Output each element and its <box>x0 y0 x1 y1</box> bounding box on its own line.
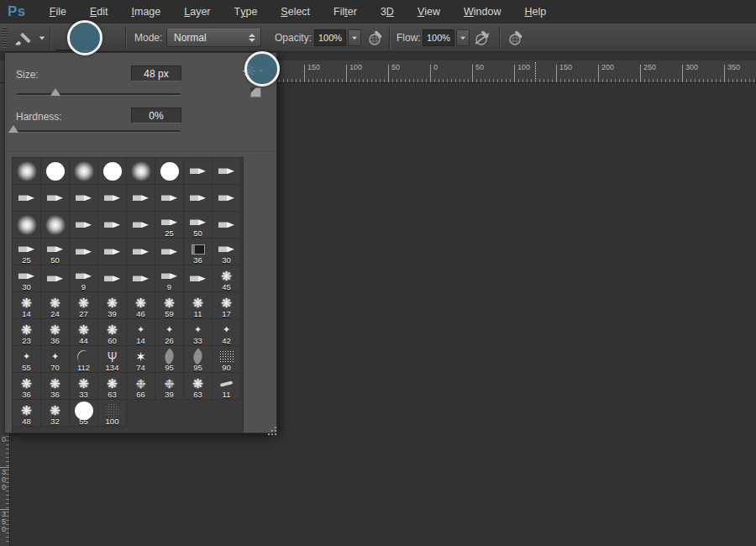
brush-preset[interactable]: ✦70 <box>41 346 70 373</box>
brush-preset[interactable]: ❋14 <box>13 292 41 319</box>
brush-preset[interactable]: ❋24 <box>41 292 70 319</box>
brush-preset[interactable]: Ψ134 <box>98 346 127 373</box>
brush-preset[interactable]: ✦42 <box>213 319 241 346</box>
brush-preset[interactable]: 9 <box>70 265 98 292</box>
brush-preset[interactable]: 90 <box>213 346 241 373</box>
size-slider-thumb[interactable] <box>50 88 60 96</box>
brush-preset[interactable]: 50 <box>184 212 213 239</box>
brush-preset[interactable] <box>127 158 155 185</box>
brush-preset[interactable]: ❋36 <box>41 319 70 346</box>
brush-preset[interactable] <box>41 212 70 239</box>
brush-preset[interactable]: 36 <box>184 239 213 265</box>
brush-preset[interactable]: ❋60 <box>98 319 127 346</box>
flow-dropdown-button[interactable] <box>456 29 470 46</box>
brush-preset[interactable]: ❋59 <box>155 292 184 319</box>
brush-preset[interactable]: 112 <box>70 346 98 373</box>
resize-grip-icon[interactable] <box>267 426 277 436</box>
brush-preset[interactable] <box>70 239 98 265</box>
brush-preset[interactable]: ❋63 <box>98 373 127 400</box>
options-bar-grip[interactable] <box>2 27 8 49</box>
brush-preset[interactable]: ❋32 <box>41 400 70 427</box>
brush-preset[interactable]: ❋63 <box>184 373 213 400</box>
brush-preset[interactable] <box>13 212 41 239</box>
airbrush-button[interactable] <box>473 24 493 52</box>
brush-preset[interactable]: ❋11 <box>184 292 213 319</box>
brush-preset[interactable] <box>155 239 184 265</box>
menu-item-file[interactable]: File <box>38 0 78 24</box>
brush-preset[interactable]: ❋17 <box>213 292 241 319</box>
brush-preset[interactable]: ❋36 <box>13 373 41 400</box>
brush-preset[interactable] <box>98 185 127 212</box>
brush-preset[interactable] <box>70 185 98 212</box>
hardness-slider-thumb[interactable] <box>8 125 18 133</box>
menu-item-select[interactable]: Select <box>269 0 322 24</box>
brush-tool-button[interactable] <box>12 24 45 52</box>
brush-preset[interactable] <box>184 265 213 292</box>
brush-preset[interactable]: ❋48 <box>13 400 41 427</box>
pressure-size-button[interactable] <box>507 24 526 52</box>
brush-preset[interactable] <box>155 158 184 185</box>
brush-preset[interactable]: ✦55 <box>13 346 41 373</box>
brush-preset[interactable] <box>70 212 98 239</box>
opacity-dropdown-button[interactable] <box>348 29 361 46</box>
brush-preset[interactable]: ❋45 <box>213 265 241 292</box>
menu-item-type[interactable]: Type <box>223 0 270 24</box>
brush-preset[interactable]: 95 <box>155 346 184 373</box>
brush-preset[interactable] <box>98 158 127 185</box>
brush-preset[interactable]: ❋44 <box>70 319 98 346</box>
brush-preset[interactable] <box>155 185 184 212</box>
pressure-opacity-button[interactable] <box>367 24 386 52</box>
menu-item-image[interactable]: Image <box>120 0 173 24</box>
brush-preset[interactable] <box>127 265 155 292</box>
menu-item-help[interactable]: Help <box>512 0 558 24</box>
size-slider-track[interactable] <box>16 93 181 96</box>
brush-preset[interactable]: ❋39 <box>98 292 127 319</box>
brush-preset[interactable] <box>213 212 241 239</box>
brush-preset[interactable] <box>184 185 213 212</box>
brush-preset[interactable]: ❉66 <box>127 373 155 400</box>
brush-preset[interactable]: ✦33 <box>184 319 213 346</box>
brush-preset[interactable] <box>13 158 41 185</box>
menu-item-3d[interactable]: 3D <box>369 0 406 24</box>
menu-item-window[interactable]: Window <box>452 0 512 24</box>
brush-preset[interactable]: 100 <box>98 400 127 427</box>
brush-preset[interactable]: 55 <box>70 400 98 427</box>
new-preset-button[interactable] <box>250 87 261 97</box>
brush-preset[interactable]: ❋33 <box>70 373 98 400</box>
brush-preset[interactable] <box>213 158 241 185</box>
brush-preset[interactable] <box>127 212 155 239</box>
brush-preset[interactable] <box>98 212 127 239</box>
brush-preset[interactable]: ❋27 <box>70 292 98 319</box>
brush-preset[interactable] <box>41 185 70 212</box>
brush-preset[interactable]: ✦26 <box>155 319 184 346</box>
brush-preset[interactable]: 25 <box>13 239 41 265</box>
brush-preset[interactable]: ❉39 <box>155 373 184 400</box>
menu-item-view[interactable]: View <box>406 0 452 24</box>
brush-preset[interactable]: ✶74 <box>127 346 155 373</box>
brush-preset[interactable] <box>127 185 155 212</box>
brush-preset[interactable] <box>41 265 70 292</box>
flow-value[interactable]: 100% <box>423 29 454 46</box>
brush-preset[interactable] <box>184 158 213 185</box>
menu-item-layer[interactable]: Layer <box>172 0 222 24</box>
brush-preset[interactable]: 30 <box>13 265 41 292</box>
brush-preset[interactable]: 11 <box>213 373 241 400</box>
brush-preset[interactable] <box>127 239 155 265</box>
menu-item-filter[interactable]: Filter <box>322 0 369 24</box>
brush-preset[interactable]: 9 <box>155 265 184 292</box>
hardness-input[interactable]: 0% <box>131 108 181 123</box>
size-input[interactable]: 48 px <box>131 66 181 81</box>
brush-preset[interactable] <box>98 239 127 265</box>
brush-preset[interactable]: ❋36 <box>41 373 70 400</box>
brush-preset[interactable]: 25 <box>155 212 184 239</box>
brush-preset[interactable]: ❋46 <box>127 292 155 319</box>
brush-preset[interactable]: 30 <box>213 239 241 265</box>
brush-preset[interactable] <box>213 185 241 212</box>
brush-preset[interactable] <box>70 158 98 185</box>
brush-preset[interactable] <box>98 265 127 292</box>
opacity-value[interactable]: 100% <box>314 29 346 46</box>
brush-preset[interactable]: ❋23 <box>13 319 41 346</box>
brush-preset[interactable] <box>41 158 70 185</box>
brush-preset[interactable]: ✦14 <box>127 319 155 346</box>
brush-preset[interactable] <box>13 185 41 212</box>
